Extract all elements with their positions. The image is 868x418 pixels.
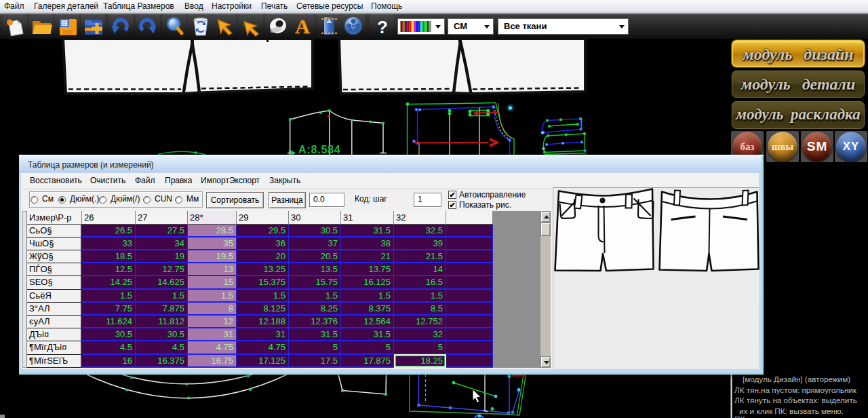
svg-text:A: A [295, 15, 310, 37]
svg-text:А:8.584: А:8.584 [298, 144, 341, 155]
svg-text:?: ? [377, 17, 388, 37]
